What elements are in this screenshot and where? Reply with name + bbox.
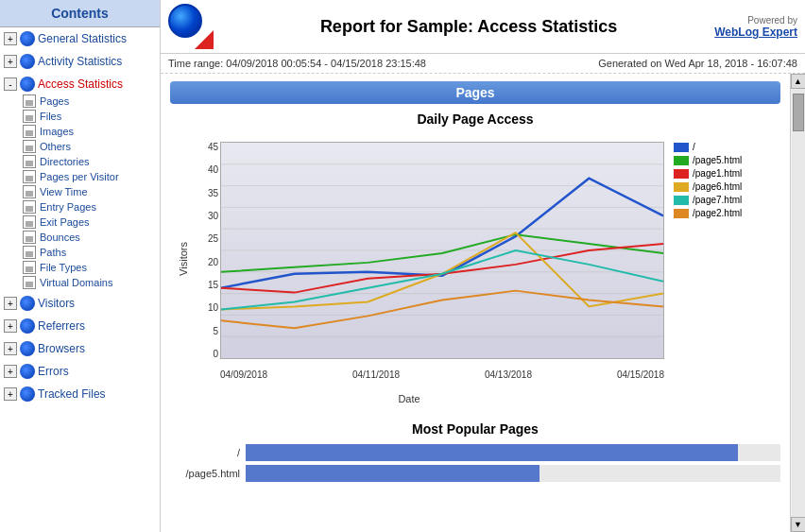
globe-icon-visitors xyxy=(20,296,35,311)
page-icon-directories xyxy=(23,155,36,168)
sidebar-section-referrers: + Referrers xyxy=(0,315,160,337)
sidebar-label-tracked: Tracked Files xyxy=(38,387,106,401)
sidebar-label-browsers: Browsers xyxy=(38,342,85,355)
logo-globe-icon xyxy=(168,4,202,38)
page-icon-pages xyxy=(23,94,36,108)
weblog-expert-link[interactable]: WebLog Expert xyxy=(714,26,797,39)
page-icon-paths xyxy=(23,246,36,259)
y-axis-ticks: 45 40 35 30 25 20 15 10 5 0 xyxy=(192,142,218,359)
sidebar-item-browsers[interactable]: + Browsers xyxy=(0,339,160,358)
time-range-text: Time range: 04/09/2018 00:05:54 - 04/15/… xyxy=(168,58,426,69)
y-tick-40: 40 xyxy=(208,164,218,175)
y-tick-5: 5 xyxy=(213,326,218,336)
sidebar-item-others[interactable]: Others xyxy=(0,139,160,154)
scrollbar: ▲ ▼ xyxy=(790,74,805,532)
expand-icon-access[interactable]: - xyxy=(4,77,17,91)
legend-color-page1 xyxy=(674,169,689,179)
chart-plot-area xyxy=(220,142,664,359)
sidebar-item-entry-pages[interactable]: Entry Pages xyxy=(0,199,160,215)
x-axis-ticks: 04/09/2018 04/11/2018 04/13/2018 04/15/2… xyxy=(220,369,664,380)
sidebar-section-general: + General Statistics xyxy=(0,27,160,50)
sidebar-text-view-time: View Time xyxy=(40,186,88,197)
sidebar-section-errors: + Errors xyxy=(0,360,160,383)
sidebar-item-images[interactable]: Images xyxy=(0,124,160,139)
expand-icon-activity[interactable]: + xyxy=(4,55,17,68)
sidebar-item-bounces[interactable]: Bounces xyxy=(0,230,160,245)
chart-legend: / /page5.html /page1.html /page6.ht xyxy=(674,142,778,221)
sidebar-item-activity-statistics[interactable]: + Activity Statistics xyxy=(0,52,160,71)
scroll-up-arrow[interactable]: ▲ xyxy=(791,74,806,89)
sidebar-item-tracked-files[interactable]: + Tracked Files xyxy=(0,385,160,403)
sidebar-text-files: Files xyxy=(40,111,61,122)
pages-tab[interactable]: Pages xyxy=(170,81,780,104)
sidebar-item-view-time[interactable]: View Time xyxy=(0,184,160,199)
sidebar-item-exit-pages[interactable]: Exit Pages xyxy=(0,215,160,230)
sidebar-item-general-statistics[interactable]: + General Statistics xyxy=(0,29,160,48)
x-axis-label: Date xyxy=(398,393,420,404)
sidebar-label-general: General Statistics xyxy=(38,32,127,45)
globe-icon-referrers xyxy=(20,318,35,334)
page-icon-ppv xyxy=(23,170,36,183)
expand-icon[interactable]: + xyxy=(4,32,17,45)
y-tick-15: 15 xyxy=(208,280,218,290)
sidebar-item-referrers[interactable]: + Referrers xyxy=(0,317,160,335)
bar-fill-root xyxy=(246,444,738,461)
sidebar-text-ppv: Pages per Visitor xyxy=(40,171,119,182)
y-axis-label: Visitors xyxy=(178,242,189,276)
scroll-down-arrow[interactable]: ▼ xyxy=(791,517,806,532)
sidebar-text-others: Others xyxy=(40,141,71,152)
bar-fill-page5 xyxy=(246,465,540,482)
expand-icon-tracked[interactable]: + xyxy=(4,387,17,401)
expand-icon-referrers[interactable]: + xyxy=(4,319,17,333)
app-logo xyxy=(168,4,214,49)
scroll-thumb[interactable] xyxy=(793,94,804,131)
legend-color-page7 xyxy=(674,196,689,205)
sidebar-item-pages[interactable]: Pages xyxy=(0,94,160,109)
globe-icon-browsers xyxy=(20,341,35,356)
page-title: Report for Sample: Access Statistics xyxy=(223,17,714,37)
sidebar-item-pages-per-visitor[interactable]: Pages per Visitor xyxy=(0,169,160,184)
sidebar-item-directories[interactable]: Directories xyxy=(0,154,160,169)
sidebar-text-images: Images xyxy=(40,126,74,137)
sidebar-section-visitors: + Visitors xyxy=(0,292,160,315)
generated-text: Generated on Wed Apr 18, 2018 - 16:07:48 xyxy=(598,58,797,69)
sidebar-item-files[interactable]: Files xyxy=(0,109,160,124)
sidebar-text-virtual-domains: Virtual Domains xyxy=(40,277,112,288)
sidebar-item-errors[interactable]: + Errors xyxy=(0,362,160,381)
y-tick-10: 10 xyxy=(208,302,218,313)
popular-title: Most Popular Pages xyxy=(170,421,780,437)
sidebar-header: Contents xyxy=(0,0,160,27)
y-tick-20: 20 xyxy=(208,257,218,267)
page-icon-file-types xyxy=(23,261,36,274)
legend-color-page5 xyxy=(674,156,689,165)
legend-label-page7: /page7.html xyxy=(693,195,742,205)
page-icon-exit-pages xyxy=(23,215,36,229)
main-scroll-content[interactable]: Pages Daily Page Access 45 40 35 30 25 2… xyxy=(161,74,790,532)
bar-label-page5: /page5.html xyxy=(170,468,246,479)
chart-container: 45 40 35 30 25 20 15 10 5 0 xyxy=(173,132,778,406)
logo-arrow-icon xyxy=(195,30,214,49)
sidebar-text-bounces: Bounces xyxy=(40,232,80,243)
page-icon-bounces xyxy=(23,231,36,244)
x-tick-2: 04/11/2018 xyxy=(352,369,400,380)
sidebar-item-visitors[interactable]: + Visitors xyxy=(0,294,160,313)
scroll-track[interactable] xyxy=(792,89,805,517)
main-content: Report for Sample: Access Statistics Pow… xyxy=(161,0,805,532)
time-range-bar: Time range: 04/09/2018 00:05:54 - 04/15/… xyxy=(161,54,805,74)
sidebar-item-access-statistics[interactable]: - Access Statistics xyxy=(0,75,160,94)
sidebar-item-file-types[interactable]: File Types xyxy=(0,260,160,275)
sidebar-item-virtual-domains[interactable]: Virtual Domains xyxy=(0,275,160,290)
sidebar-label-activity: Activity Statistics xyxy=(38,55,122,68)
globe-icon-tracked xyxy=(20,386,35,402)
sidebar-label-errors: Errors xyxy=(38,365,69,378)
sidebar-section-browsers: + Browsers xyxy=(0,337,160,360)
expand-icon-errors[interactable]: + xyxy=(4,365,17,378)
sidebar-text-pages: Pages xyxy=(40,95,69,107)
expand-icon-visitors[interactable]: + xyxy=(4,297,17,310)
y-tick-45: 45 xyxy=(208,142,218,152)
expand-icon-browsers[interactable]: + xyxy=(4,342,17,355)
page-icon-virtual-domains xyxy=(23,276,36,289)
legend-label-page1: /page1.html xyxy=(693,168,742,179)
sidebar-item-paths[interactable]: Paths xyxy=(0,245,160,260)
legend-color-root xyxy=(674,143,689,152)
